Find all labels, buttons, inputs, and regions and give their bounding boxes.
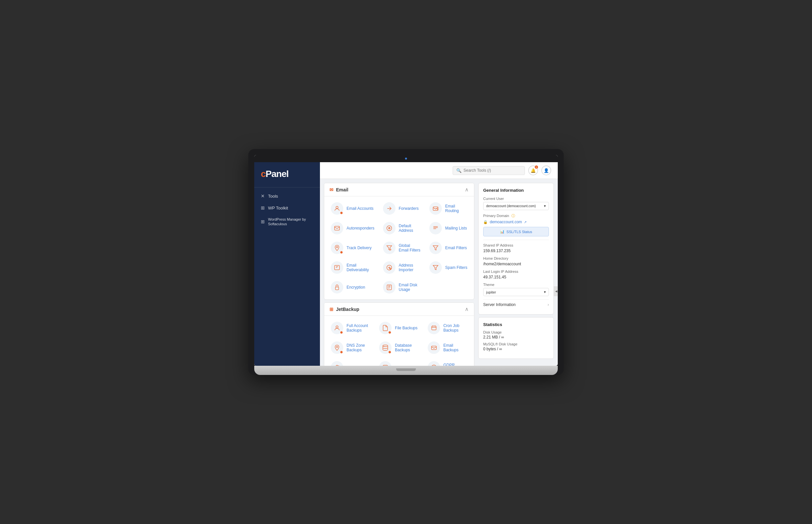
svg-rect-11 [387,285,391,290]
search-box[interactable]: 🔍 [453,166,525,175]
svg-point-14 [336,346,338,347]
mailing-lists-item[interactable]: Mailing Lists [425,219,471,238]
queue-item[interactable]: Queue [327,358,374,366]
theme-row: Theme jupiter ▾ [483,283,549,296]
user-button[interactable]: 👤 [541,165,551,175]
email-section-toggle[interactable]: ∧ [465,186,469,193]
spam-filters-item[interactable]: Spam Filters [425,258,471,277]
email-disk-usage-item[interactable]: Email Disk Usage [379,278,425,297]
email-section-title: Email [336,187,348,192]
domain-link[interactable]: demoaccount.com [490,220,522,224]
search-input[interactable] [464,168,521,173]
user-select[interactable]: demoaccount (demoaccount.com) ▾ [483,202,549,210]
sidebar: cPanel ✕ Tools ⊞ WP Toolkit ⊞ WordPress … [254,162,320,366]
server-info-row[interactable]: Server Information › [483,299,549,310]
user-icon: 👤 [543,168,549,173]
email-section-header: ✉ Email ∧ [324,183,474,196]
last-login-row: Last Login IP Address 49.37.151.45 [483,269,549,279]
bell-icon: 🔔 [531,168,536,173]
svg-point-20 [431,365,436,366]
svg-rect-1 [433,207,438,211]
default-address-item[interactable]: Default Address [379,219,425,238]
email-backups-item[interactable]: Email Backups [424,338,471,357]
sidebar-item-wp-toolkit[interactable]: ⊞ WP Toolkit [254,202,320,214]
gdpr-compliance-item[interactable]: GDPR Compliance [424,358,471,366]
email-section-grid: Email Accounts Forwarders [324,196,474,299]
tools-icon: ✕ [261,193,265,199]
general-info-card: General Information Current User demoacc… [478,183,554,314]
svg-point-0 [336,206,338,209]
global-email-filters-item[interactable]: Global Email Filters [379,239,425,257]
info-icon: ⓘ [511,214,515,218]
wp-manager-icon: ⊞ [261,219,265,224]
chevron-down-icon: ▾ [544,204,546,208]
sidebar-logo: cPanel [254,162,320,187]
forwarders-item[interactable]: Forwarders [379,199,425,218]
svg-point-15 [383,345,388,347]
jetbackup-section: ⊞ JetBackup ∧ [324,302,474,366]
main-content: 🔍 🔔 1 👤 [320,162,558,366]
snapshots-item[interactable]: Snapshots [375,358,423,366]
notification-badge: 1 [535,165,538,169]
cron-job-backups-item[interactable]: Cron Job Backups [424,318,471,338]
home-dir-row: Home Directory /home2/demoaccount [483,257,549,266]
general-info-title: General Information [483,188,549,193]
svg-rect-10 [335,287,339,290]
statistics-card: Statistics Disk Usage 2.21 MB / ∞ MySQL®… [478,317,554,359]
chart-icon: 📊 [500,229,505,234]
ssl-tls-button[interactable]: 📊 SSL/TLS Status [483,227,549,236]
current-user-row: Current User demoaccount (demoaccount.co… [483,197,549,210]
lock-domain-icon: 🔒 [483,220,488,224]
svg-point-17 [336,365,338,366]
database-backups-item[interactable]: Database Backups [375,338,423,357]
jetbackup-section-title: JetBackup [336,307,359,312]
header: 🔍 🔔 1 👤 [320,162,558,179]
sidebar-item-wp-manager[interactable]: ⊞ WordPress Manager by Softaculous [254,214,320,230]
wp-toolkit-icon: ⊞ [261,205,265,211]
svg-rect-16 [431,346,436,350]
statistics-title: Statistics [483,322,549,327]
jetbackup-section-grid: Full Account Backups [324,316,474,366]
svg-rect-13 [432,326,436,330]
theme-select[interactable]: jupiter ▾ [483,288,549,296]
mysql-usage-row: MySQL® Disk Usage 0 bytes / ∞ [483,342,549,351]
email-filters-item[interactable]: Email Filters [425,239,471,257]
jetbackup-icon: ⊞ [329,307,334,312]
disk-usage-row: Disk Usage 2.21 MB / ∞ [483,330,549,340]
dns-zone-backups-item[interactable]: DNS Zone Backups [327,338,374,357]
email-routing-item[interactable]: Email Routing [425,199,471,218]
notifications-button[interactable]: 🔔 1 [528,165,538,175]
external-link-icon: ↗ [524,220,526,224]
svg-point-12 [336,326,338,328]
svg-rect-2 [335,226,340,230]
full-account-backups-item[interactable]: Full Account Backups [327,318,374,338]
address-importer-item[interactable]: Address Importer [379,258,425,277]
right-panel-collapse[interactable]: ◀ [554,286,558,296]
chevron-down-icon-theme: ▾ [544,290,546,294]
track-delivery-item[interactable]: Track Delivery [327,239,378,257]
primary-domain-row: Primary Domain ⓘ 🔒 demoaccount.com ↗ [483,213,549,236]
sidebar-item-tools[interactable]: ✕ Tools [254,190,320,202]
svg-rect-19 [383,365,388,366]
email-section-icon: ✉ [329,187,334,192]
file-backups-item[interactable]: File Backups [375,318,423,338]
chevron-right-icon: › [548,302,549,307]
right-panel: General Information Current User demoacc… [478,183,554,359]
email-section: ✉ Email ∧ [324,183,474,300]
autoresponders-item[interactable]: Autoresponders [327,219,378,238]
jetbackup-section-toggle[interactable]: ∧ [465,306,469,312]
email-accounts-item[interactable]: Email Accounts [327,199,378,218]
svg-point-5 [336,246,338,248]
jetbackup-section-header: ⊞ JetBackup ∧ [324,303,474,316]
encryption-item[interactable]: Encryption [327,278,378,297]
search-icon: 🔍 [456,168,461,173]
shared-ip-row: Shared IP Address 159.69.137.235 [483,243,549,253]
email-deliverability-item[interactable]: Email Deliverability [327,258,378,277]
